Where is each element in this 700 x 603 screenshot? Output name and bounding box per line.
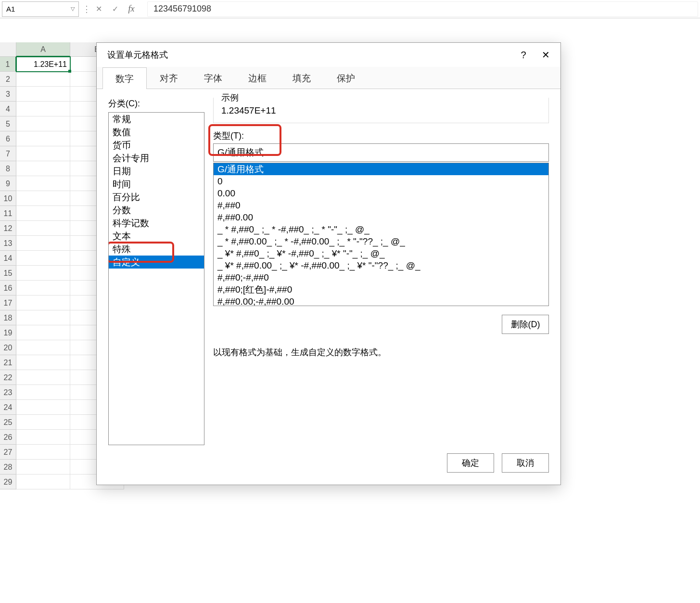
- cell[interactable]: [16, 475, 70, 489]
- category-item[interactable]: 会计专用: [109, 152, 204, 165]
- ok-button[interactable]: 确定: [447, 453, 494, 473]
- category-item[interactable]: 数值: [109, 126, 204, 139]
- row-header-3[interactable]: 3: [0, 87, 16, 102]
- cell[interactable]: 1.23E+11: [16, 57, 70, 72]
- row-header-23[interactable]: 23: [0, 385, 16, 400]
- row-header-17[interactable]: 17: [0, 295, 16, 310]
- row-header-10[interactable]: 10: [0, 191, 16, 206]
- format-item[interactable]: 0: [214, 175, 548, 187]
- row-header-26[interactable]: 26: [0, 430, 16, 445]
- cell[interactable]: [16, 430, 70, 445]
- category-item[interactable]: 货币: [109, 139, 204, 152]
- chevron-down-icon[interactable]: ▽: [71, 6, 75, 12]
- cell[interactable]: [16, 251, 70, 266]
- cell[interactable]: [16, 116, 70, 131]
- category-list[interactable]: 常规数值货币会计专用日期时间百分比分数科学记数文本特殊自定义: [108, 112, 204, 445]
- select-all-corner[interactable]: [0, 42, 16, 57]
- cell[interactable]: [16, 146, 70, 161]
- type-input[interactable]: [213, 143, 549, 162]
- cell[interactable]: [16, 445, 70, 460]
- cell[interactable]: [16, 87, 70, 102]
- help-button[interactable]: ?: [512, 45, 535, 64]
- cell[interactable]: [16, 400, 70, 415]
- cell[interactable]: [16, 72, 70, 87]
- formula-input[interactable]: 123456791098: [147, 1, 698, 17]
- cell[interactable]: [16, 355, 70, 370]
- format-item[interactable]: _ ¥* #,##0_ ;_ ¥* -#,##0_ ;_ ¥* "-"_ ;_ …: [214, 247, 548, 259]
- row-header-9[interactable]: 9: [0, 176, 16, 191]
- row-header-8[interactable]: 8: [0, 161, 16, 176]
- tab-4[interactable]: 填充: [280, 67, 324, 89]
- name-box[interactable]: A1 ▽: [2, 1, 79, 17]
- cancel-icon[interactable]: ✕: [93, 4, 104, 13]
- row-header-29[interactable]: 29: [0, 475, 16, 489]
- col-header-A[interactable]: A: [16, 42, 70, 57]
- format-item[interactable]: #,##0;-#,##0: [214, 271, 548, 283]
- cell[interactable]: [16, 340, 70, 355]
- cell[interactable]: [16, 176, 70, 191]
- category-item[interactable]: 分数: [109, 204, 204, 217]
- cell[interactable]: [16, 161, 70, 176]
- tab-1[interactable]: 对齐: [147, 67, 191, 89]
- format-item[interactable]: _ * #,##0_ ;_ * -#,##0_ ;_ * "-"_ ;_ @_: [214, 223, 548, 235]
- tab-5[interactable]: 保护: [324, 67, 368, 89]
- cell[interactable]: [16, 191, 70, 206]
- row-header-19[interactable]: 19: [0, 325, 16, 340]
- cell[interactable]: [16, 236, 70, 251]
- row-header-14[interactable]: 14: [0, 251, 16, 266]
- fx-icon[interactable]: fx: [126, 4, 137, 14]
- cell[interactable]: [16, 370, 70, 385]
- cell[interactable]: [16, 385, 70, 400]
- cell[interactable]: [16, 206, 70, 221]
- category-item[interactable]: 日期: [109, 165, 204, 178]
- cell[interactable]: [16, 310, 70, 325]
- format-list[interactable]: G/通用格式00.00#,##0#,##0.00_ * #,##0_ ;_ * …: [213, 163, 549, 306]
- row-header-5[interactable]: 5: [0, 116, 16, 131]
- category-item[interactable]: 百分比: [109, 191, 204, 204]
- cell[interactable]: [16, 266, 70, 281]
- row-header-12[interactable]: 12: [0, 221, 16, 236]
- tab-2[interactable]: 字体: [191, 67, 235, 89]
- format-item[interactable]: #,##0: [214, 199, 548, 211]
- row-header-13[interactable]: 13: [0, 236, 16, 251]
- row-header-11[interactable]: 11: [0, 206, 16, 221]
- cancel-button[interactable]: 取消: [502, 453, 549, 473]
- cell[interactable]: [16, 325, 70, 340]
- row-header-7[interactable]: 7: [0, 146, 16, 161]
- row-header-2[interactable]: 2: [0, 72, 16, 87]
- category-item[interactable]: 常规: [109, 113, 204, 126]
- row-header-6[interactable]: 6: [0, 131, 16, 146]
- format-item[interactable]: G/通用格式: [214, 163, 548, 175]
- cell[interactable]: [16, 281, 70, 295]
- category-item[interactable]: 文本: [109, 230, 204, 243]
- category-item[interactable]: 特殊: [109, 243, 204, 256]
- cell[interactable]: [16, 131, 70, 146]
- cell[interactable]: [16, 295, 70, 310]
- row-header-28[interactable]: 28: [0, 460, 16, 475]
- format-item[interactable]: 0.00: [214, 187, 548, 199]
- row-header-4[interactable]: 4: [0, 102, 16, 116]
- tab-0[interactable]: 数字: [102, 67, 147, 89]
- format-item[interactable]: #,##0.00;-#,##0.00: [214, 295, 548, 306]
- cell[interactable]: [16, 221, 70, 236]
- tab-3[interactable]: 边框: [235, 67, 280, 89]
- row-header-1[interactable]: 1: [0, 57, 16, 72]
- accept-icon[interactable]: ✓: [110, 4, 120, 13]
- row-header-27[interactable]: 27: [0, 445, 16, 460]
- format-item[interactable]: _ * #,##0.00_ ;_ * -#,##0.00_ ;_ * "-"??…: [214, 235, 548, 247]
- cell[interactable]: [16, 460, 70, 475]
- row-header-16[interactable]: 16: [0, 281, 16, 295]
- close-button[interactable]: ✕: [535, 45, 557, 64]
- category-item[interactable]: 科学记数: [109, 217, 204, 230]
- format-item[interactable]: #,##0.00: [214, 211, 548, 223]
- cell[interactable]: [16, 102, 70, 116]
- row-header-25[interactable]: 25: [0, 415, 16, 430]
- delete-button[interactable]: 删除(D): [502, 315, 549, 334]
- row-header-20[interactable]: 20: [0, 340, 16, 355]
- row-header-18[interactable]: 18: [0, 310, 16, 325]
- row-header-22[interactable]: 22: [0, 370, 16, 385]
- category-item[interactable]: 自定义: [109, 256, 204, 269]
- category-item[interactable]: 时间: [109, 178, 204, 191]
- format-item[interactable]: _ ¥* #,##0.00_ ;_ ¥* -#,##0.00_ ;_ ¥* "-…: [214, 259, 548, 271]
- cell[interactable]: [16, 415, 70, 430]
